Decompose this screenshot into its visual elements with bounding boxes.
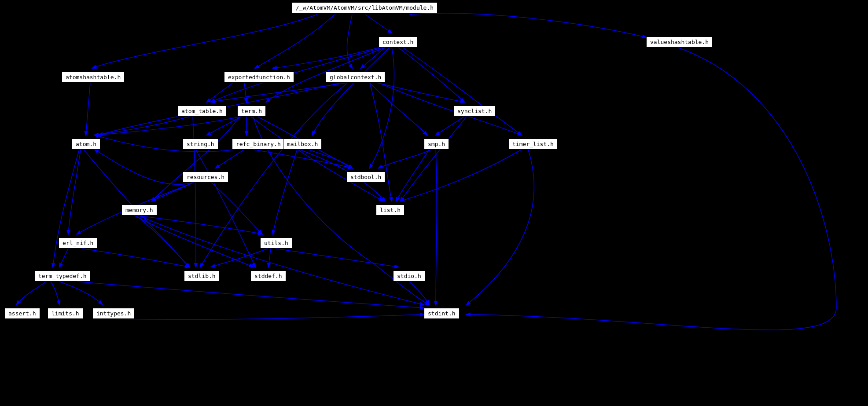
node-timer-list-h: timer_list.h [508, 139, 558, 150]
node-globalcontext-h: globalcontext.h [326, 72, 385, 83]
node-stdbool-h: stdbool.h [346, 172, 385, 183]
node-stdlib-h: stdlib.h [184, 271, 220, 282]
node-assert-h: assert.h [4, 308, 40, 319]
node-context-h: context.h [379, 37, 417, 48]
node-resources-h: resources.h [183, 172, 228, 183]
node-string-h: string.h [183, 139, 218, 150]
node-atom-h: atom.h [72, 139, 100, 150]
node-valueshashtable-h: valueshashtable.h [646, 37, 713, 48]
node-stdint-h: stdint.h [424, 308, 460, 319]
node-module-h: /_w/AtomVM/AtomVM/src/libAtomVM/module.h [292, 2, 438, 13]
node-smp-h: smp.h [424, 139, 449, 150]
node-term-h: term.h [237, 106, 266, 117]
node-exportedfunction-h: exportedfunction.h [224, 72, 294, 83]
node-utils-h: utils.h [260, 238, 292, 249]
node-stdio-h: stdio.h [393, 271, 425, 282]
node-atom-table-h: atom_table.h [177, 106, 227, 117]
node-limits-h: limits.h [48, 308, 83, 319]
node-stddef-h: stddef.h [250, 271, 286, 282]
node-synclist-h: synclist.h [453, 106, 496, 117]
node-erl-nif-h: erl_nif.h [59, 238, 97, 249]
node-refc-binary-h: refc_binary.h [232, 139, 285, 150]
node-inttypes-h: inttypes.h [92, 308, 135, 319]
node-mailbox-h: mailbox.h [283, 139, 322, 150]
node-term-typedef-h: term_typedef.h [34, 271, 91, 282]
node-memory-h: memory.h [121, 205, 157, 216]
node-list-h: list.h [376, 205, 405, 216]
node-atomshashtable-h: atomshashtable.h [62, 72, 125, 83]
